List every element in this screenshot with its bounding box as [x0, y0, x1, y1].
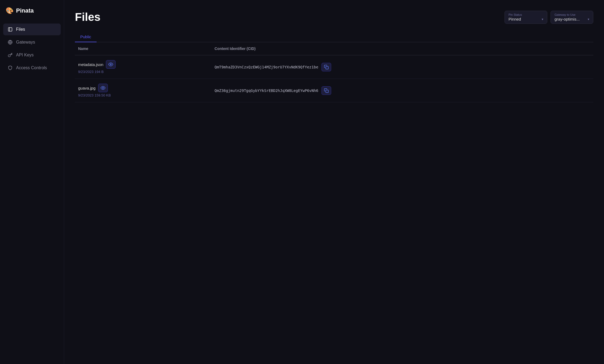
file-name-text: guava.jpg [78, 86, 95, 90]
svg-rect-7 [326, 90, 328, 92]
table-row: guava.jpg 9/23/2023 159.50 KB QmZ36gjmut… [75, 79, 593, 102]
table-row: metadata.json 9/23/2023 194 B QmT9mhaZD3… [75, 55, 593, 79]
svg-rect-5 [326, 66, 328, 69]
sidebar-item-gateways[interactable]: Gateways [3, 36, 61, 48]
shield-icon [7, 65, 13, 71]
sidebar-nav: Files Gateways API Keys [0, 21, 64, 76]
cid-cell: QmZ36gjmutn29TgqGybYYkSrEBD2hJqXW8LegEYw… [211, 79, 593, 102]
table-header-row: Name Content Identifier (CID) [75, 42, 593, 55]
gateway-label: Gateway to Use [555, 13, 589, 16]
table-head: Name Content Identifier (CID) [75, 42, 593, 55]
table-body: metadata.json 9/23/2023 194 B QmT9mhaZD3… [75, 55, 593, 102]
cid-cell: QmT9mhaZD3VnCzxQzEWGj14MZj9orU7YXvNdK9Qf… [211, 55, 593, 79]
svg-point-4 [110, 64, 112, 65]
sidebar-item-label-gateways: Gateways [16, 40, 35, 45]
copy-icon [324, 88, 329, 93]
sidebar-item-access-controls[interactable]: Access Controls [3, 62, 61, 74]
sidebar-item-label-files: Files [16, 27, 25, 32]
files-table: Name Content Identifier (CID) metadata.j… [75, 42, 593, 102]
copy-cid-button[interactable] [322, 86, 331, 95]
preview-button[interactable] [98, 84, 108, 92]
preview-button[interactable] [106, 60, 116, 69]
svg-point-6 [102, 87, 104, 89]
main-header: Files Pin Status Pinned ▾ Gateway to Use… [75, 11, 593, 24]
pin-status-value-row: Pinned ▾ [509, 17, 543, 21]
tabs-bar: Public [75, 32, 593, 42]
pin-status-dropdown[interactable]: Pin Status Pinned ▾ [504, 11, 547, 24]
copy-cid-button[interactable] [322, 63, 331, 71]
main-content: Files Pin Status Pinned ▾ Gateway to Use… [64, 0, 604, 364]
gateway-arrow-icon: ▾ [588, 17, 589, 21]
files-icon [7, 27, 13, 32]
logo-area: 🎨 Pinata [0, 0, 64, 21]
file-name-cell: guava.jpg 9/23/2023 159.50 KB [75, 79, 211, 102]
col-header-name: Name [75, 42, 211, 55]
logo-icon: 🎨 [5, 6, 14, 15]
file-name-cell: metadata.json 9/23/2023 194 B [75, 55, 211, 79]
globe-icon [7, 40, 13, 45]
file-meta: 9/23/2023 194 B [78, 70, 208, 74]
eye-icon [108, 62, 113, 67]
eye-icon [101, 86, 105, 90]
key-icon [7, 52, 13, 58]
file-meta: 9/23/2023 159.50 KB [78, 93, 208, 97]
gateway-value: gray-optimis... [555, 17, 580, 21]
pin-status-label: Pin Status [509, 13, 543, 16]
gateway-value-row: gray-optimis... ▾ [555, 17, 589, 21]
pin-status-value: Pinned [509, 17, 521, 21]
sidebar-item-files[interactable]: Files [3, 24, 61, 35]
sidebar: 🎨 Pinata Files Gateways [0, 0, 64, 364]
cid-text: QmZ36gjmutn29TgqGybYYkSrEBD2hJqXW8LegEYw… [215, 88, 318, 93]
header-controls: Pin Status Pinned ▾ Gateway to Use gray-… [504, 11, 593, 24]
copy-icon [324, 65, 329, 69]
pin-status-arrow-icon: ▾ [542, 17, 543, 21]
cid-text: QmT9mhaZD3VnCzxQzEWGj14MZj9orU7YXvNdK9Qf… [215, 65, 318, 69]
sidebar-item-api-keys[interactable]: API Keys [3, 49, 61, 61]
page-title: Files [75, 11, 101, 24]
file-name-text: metadata.json [78, 62, 103, 67]
tab-public[interactable]: Public [75, 32, 97, 42]
sidebar-item-label-access-controls: Access Controls [16, 65, 47, 70]
logo-text: Pinata [16, 7, 34, 14]
gateway-dropdown[interactable]: Gateway to Use gray-optimis... ▾ [551, 11, 593, 24]
sidebar-item-label-api-keys: API Keys [16, 53, 34, 57]
svg-rect-0 [8, 28, 12, 31]
col-header-cid: Content Identifier (CID) [211, 42, 593, 55]
